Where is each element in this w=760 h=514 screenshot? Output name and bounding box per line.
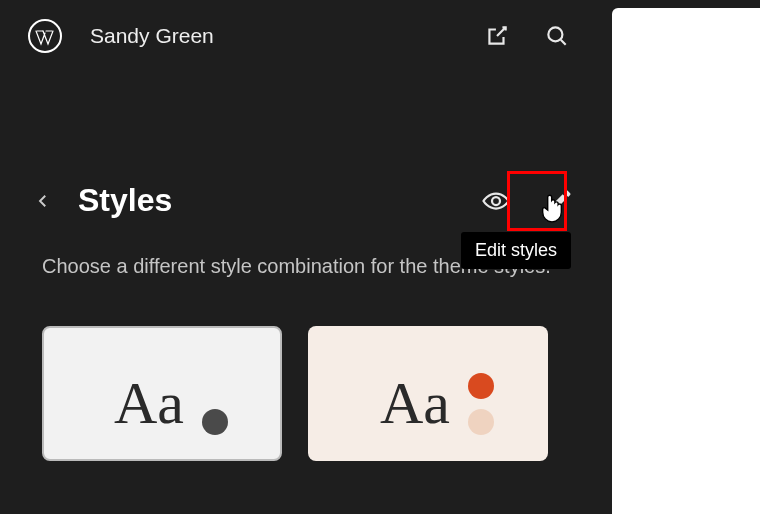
svg-point-0 (548, 27, 562, 41)
color-swatch (468, 409, 494, 435)
styles-sidebar: Sandy Green Styles (0, 0, 606, 514)
color-swatch (202, 409, 228, 435)
edit-styles-tooltip: Edit styles (461, 232, 571, 269)
color-swatch (202, 373, 228, 399)
style-book-button[interactable] (475, 180, 517, 222)
style-variations: Aa Aa (0, 326, 606, 461)
edit-styles-button[interactable] (539, 180, 581, 222)
search-button[interactable] (536, 15, 578, 57)
panel-header: Styles Edit styles (0, 182, 606, 219)
header-actions: Edit styles (475, 180, 581, 222)
typography-sample: Aa (380, 369, 450, 438)
canvas-preview[interactable] (612, 8, 760, 514)
color-swatch (468, 373, 494, 399)
style-variation-alt[interactable]: Aa (308, 326, 548, 461)
typography-sample: Aa (114, 369, 184, 438)
svg-point-1 (492, 197, 500, 205)
style-variation-default[interactable]: Aa (42, 326, 282, 461)
wordpress-logo-icon[interactable] (28, 19, 62, 53)
panel-title: Styles (78, 182, 172, 219)
top-bar: Sandy Green (0, 0, 606, 72)
back-button[interactable] (28, 186, 58, 216)
site-title: Sandy Green (90, 24, 214, 48)
view-site-button[interactable] (476, 15, 518, 57)
